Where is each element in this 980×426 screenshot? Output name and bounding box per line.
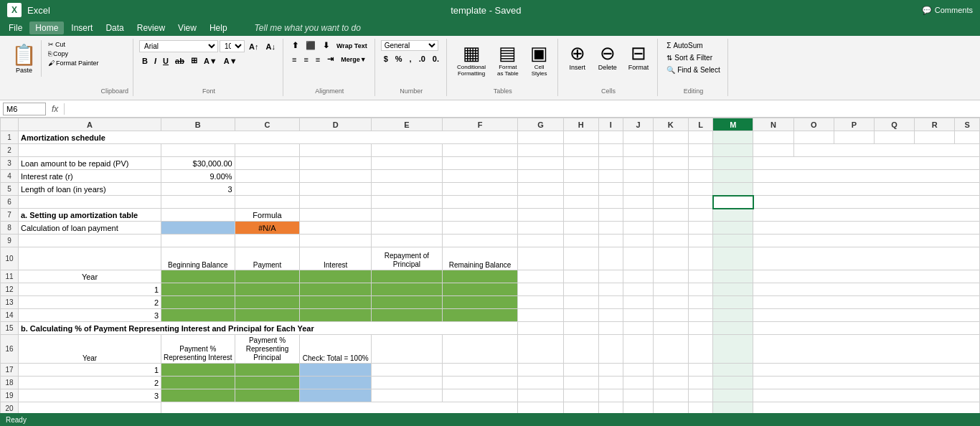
cell-E11[interactable] <box>372 270 443 283</box>
comma-button[interactable]: , <box>407 54 415 64</box>
cell-J15[interactable] <box>623 322 654 335</box>
cell-M2[interactable] <box>713 144 753 157</box>
cell-M8[interactable] <box>713 222 753 235</box>
cell-M17[interactable] <box>713 364 753 377</box>
cell-I13[interactable] <box>598 296 623 309</box>
cell-rest-16[interactable] <box>753 335 980 364</box>
cell-F17[interactable] <box>442 364 518 377</box>
cell-D5[interactable] <box>300 183 372 196</box>
cell-J19[interactable] <box>623 389 654 402</box>
cell-J4[interactable] <box>623 170 654 183</box>
cell-L11[interactable] <box>688 270 712 283</box>
cell-Q1[interactable] <box>875 131 915 144</box>
cell-H7[interactable] <box>563 209 598 222</box>
cell-rest-9[interactable] <box>753 235 980 247</box>
cell-H15[interactable] <box>563 322 598 335</box>
cell-I10[interactable] <box>598 247 623 270</box>
cell-B3[interactable]: $30,000.00 <box>161 157 235 170</box>
cell-F10[interactable]: Remaining Balance <box>442 247 518 270</box>
cell-A13[interactable]: 2 <box>19 296 161 309</box>
cell-E7[interactable] <box>372 209 443 222</box>
paste-button[interactable]: 📋 Paste <box>7 40 42 77</box>
cell-M6[interactable] <box>713 196 753 209</box>
cell-H16[interactable] <box>563 335 598 364</box>
cut-button[interactable]: ✂Cut <box>46 40 101 49</box>
cell-H19[interactable] <box>563 389 598 402</box>
cell-F7[interactable] <box>442 209 518 222</box>
cell-D19[interactable] <box>300 389 372 402</box>
cell-J1[interactable] <box>623 131 654 144</box>
cell-L2[interactable] <box>688 144 712 157</box>
cell-rest-4[interactable] <box>753 170 980 183</box>
cell-F8[interactable] <box>442 222 518 235</box>
cell-G19[interactable] <box>518 389 563 402</box>
cell-J12[interactable] <box>623 283 654 296</box>
cell-C13[interactable] <box>235 296 300 309</box>
cell-D6[interactable] <box>300 196 372 209</box>
col-header-P[interactable]: P <box>834 118 874 131</box>
cell-J14[interactable] <box>623 309 654 322</box>
cell-L3[interactable] <box>688 157 712 170</box>
cell-A9[interactable] <box>19 235 161 247</box>
cell-M5[interactable] <box>713 183 753 196</box>
cell-I2[interactable] <box>598 144 623 157</box>
cell-L15[interactable] <box>688 322 712 335</box>
conditional-formatting-button[interactable]: ▦ ConditionalFormatting <box>453 40 490 80</box>
cell-C5[interactable] <box>235 183 300 196</box>
cell-B9[interactable] <box>161 235 235 247</box>
cell-I18[interactable] <box>598 377 623 389</box>
cell-rest-7[interactable] <box>753 209 980 222</box>
col-header-Q[interactable]: Q <box>875 118 915 131</box>
cell-H13[interactable] <box>563 296 598 309</box>
cell-D2[interactable] <box>300 144 372 157</box>
cell-I11[interactable] <box>598 270 623 283</box>
cell-rest-17[interactable] <box>753 364 980 377</box>
cell-I3[interactable] <box>598 157 623 170</box>
cell-I16[interactable] <box>598 335 623 364</box>
align-top-button[interactable]: ⬆ <box>289 40 301 51</box>
cell-B8[interactable] <box>161 222 235 235</box>
font-color-button[interactable]: A▼ <box>221 55 240 66</box>
cell-L14[interactable] <box>688 309 712 322</box>
cell-F2[interactable] <box>442 144 518 157</box>
cell-E17[interactable] <box>372 364 443 377</box>
menu-data[interactable]: Data <box>100 22 129 34</box>
cell-rest-19[interactable] <box>753 389 980 402</box>
cell-N1[interactable] <box>753 131 793 144</box>
menu-review[interactable]: Review <box>131 22 171 34</box>
strikethrough-button[interactable]: ab <box>172 55 187 66</box>
cell-B12[interactable] <box>161 283 235 296</box>
cell-L12[interactable] <box>688 283 712 296</box>
col-header-M[interactable]: M <box>713 118 753 131</box>
cell-F13[interactable] <box>442 296 518 309</box>
cell-F12[interactable] <box>442 283 518 296</box>
cell-J8[interactable] <box>623 222 654 235</box>
cell-D16[interactable]: Check: Total = 100% <box>300 335 372 364</box>
col-header-J[interactable]: J <box>623 118 654 131</box>
delete-button[interactable]: ⊖ Delete <box>594 40 621 74</box>
percent-button[interactable]: % <box>392 54 405 64</box>
cell-H9[interactable] <box>563 235 598 247</box>
cell-E16[interactable] <box>372 335 443 364</box>
cell-H3[interactable] <box>563 157 598 170</box>
cell-K13[interactable] <box>653 296 688 309</box>
cell-F16[interactable] <box>442 335 518 364</box>
border-button[interactable]: ⊞ <box>188 55 200 66</box>
cell-A4[interactable]: Interest rate (r) <box>19 170 161 183</box>
cell-K12[interactable] <box>653 283 688 296</box>
cell-J2[interactable] <box>623 144 654 157</box>
col-header-C[interactable]: C <box>235 118 300 131</box>
comments-button[interactable]: 💬 Comments <box>922 6 973 15</box>
cell-I14[interactable] <box>598 309 623 322</box>
col-header-E[interactable]: E <box>372 118 443 131</box>
cell-I15[interactable] <box>598 322 623 335</box>
cell-B13[interactable] <box>161 296 235 309</box>
cell-C9[interactable] <box>235 235 300 247</box>
cell-G2[interactable] <box>518 144 563 157</box>
cell-D14[interactable] <box>300 309 372 322</box>
cell-M19[interactable] <box>713 389 753 402</box>
cell-K18[interactable] <box>653 377 688 389</box>
cell-K5[interactable] <box>653 183 688 196</box>
cell-I6[interactable] <box>598 196 623 209</box>
cell-A17[interactable]: 1 <box>19 364 161 377</box>
